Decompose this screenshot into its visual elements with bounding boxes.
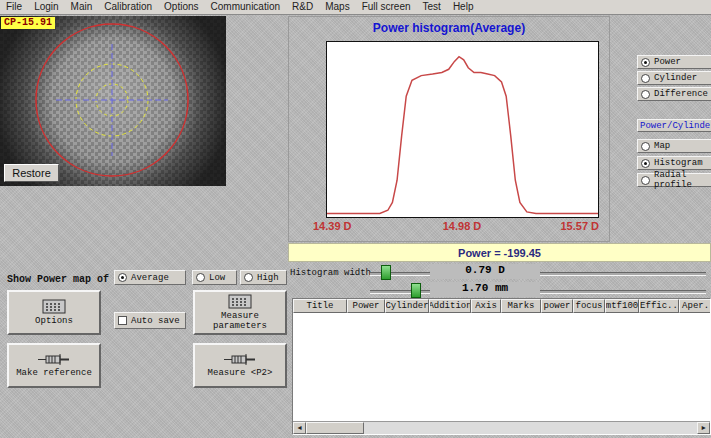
radio-icon [641, 159, 650, 168]
menu-calibration[interactable]: Calibration [98, 0, 158, 14]
radio-low-label: Low [209, 273, 225, 283]
scroll-right-icon[interactable]: ► [697, 422, 710, 434]
radio-average-label: Average [131, 273, 169, 283]
table-header-row: Title Power Cylinder Addition Axis Marks… [293, 299, 710, 313]
keypad-icon [42, 299, 66, 314]
auto-save-checkbox[interactable]: Auto save [114, 312, 186, 329]
menu-file[interactable]: File [0, 0, 28, 14]
histogram-width-mm-value: 1.70 mm [430, 282, 540, 297]
menu-maps[interactable]: Maps [319, 0, 355, 14]
column-header-cylinder[interactable]: Cylinder [385, 299, 429, 313]
menu-rd[interactable]: R&D [286, 0, 319, 14]
measure-parameters-button[interactable]: Measure parameters [193, 290, 287, 335]
column-header-power[interactable]: Power [347, 299, 385, 313]
radio-icon [641, 176, 650, 185]
power-readout-bar: Power = -199.45 [288, 243, 711, 262]
menu-main[interactable]: Main [65, 0, 99, 14]
x-tick-max: 15.57 D [535, 220, 599, 232]
camera-reticle-overlay [0, 16, 226, 186]
histogram-width-mm-slider-thumb[interactable] [411, 283, 421, 298]
histogram-width-label: Histogram width [290, 268, 371, 278]
column-header-mtf100[interactable]: mtf100 [605, 299, 639, 313]
radio-average[interactable]: Average [114, 270, 186, 285]
syringe-icon [224, 353, 256, 366]
make-reference-button[interactable]: Make reference [7, 343, 101, 388]
menu-help[interactable]: Help [447, 0, 480, 14]
menu-communication[interactable]: Communication [205, 0, 286, 14]
options-button-label: Options [35, 316, 73, 326]
column-header-focus[interactable]: focus [573, 299, 605, 313]
column-header-addition[interactable]: Addition [429, 299, 471, 313]
radio-map-label: Map [654, 141, 670, 151]
menu-login[interactable]: Login [28, 0, 64, 14]
restore-button[interactable]: Restore [4, 164, 59, 182]
column-header-aperture[interactable]: Aper... [679, 299, 710, 313]
column-header-marks[interactable]: Marks [501, 299, 541, 313]
lensmeter-app: { "menu": { "items": ["File", "Login", "… [0, 0, 711, 438]
histogram-width-d-slider-thumb[interactable] [381, 265, 391, 280]
measure-p2-button[interactable]: Measure <P2> [193, 343, 287, 388]
x-tick-mid: 14.98 D [429, 220, 495, 232]
checkbox-icon [118, 316, 127, 325]
options-button[interactable]: Options [7, 290, 101, 335]
radio-histogram-label: Histogram [654, 158, 703, 168]
radio-icon [641, 142, 650, 151]
chart-plot-area [326, 41, 599, 218]
scroll-left-icon[interactable]: ◄ [293, 422, 306, 434]
histogram-width-d-value: 0.79 D [430, 264, 540, 279]
column-header-power2[interactable]: power [541, 299, 573, 313]
radio-difference-label: Difference [654, 89, 708, 99]
results-table: Title Power Cylinder Addition Axis Marks… [292, 298, 711, 435]
radio-high-label: High [257, 273, 279, 283]
measure-parameters-button-label: Measure parameters [195, 311, 285, 331]
menu-options[interactable]: Options [158, 0, 204, 14]
radio-radial-profile-label: Radial profile [654, 170, 711, 190]
menu-fullscreen[interactable]: Full screen [356, 0, 417, 14]
radio-difference[interactable]: Difference [637, 87, 711, 101]
chart-canvas [327, 42, 598, 217]
radio-icon [641, 90, 650, 99]
column-header-title[interactable]: Title [293, 299, 347, 313]
keypad-icon [228, 294, 252, 309]
radio-radial-profile[interactable]: Radial profile [637, 173, 711, 187]
column-header-efficiency[interactable]: Effic.. [639, 299, 679, 313]
syringe-icon [38, 353, 70, 366]
histogram-chart-panel: Power histogram(Average) 14.39 D 14.98 D… [288, 16, 610, 242]
radio-icon [244, 273, 253, 282]
cp-value-badge: CP-15.91 [1, 17, 55, 29]
chart-title: Power histogram(Average) [289, 21, 609, 35]
camera-image: CP-15.91 Restore [0, 16, 226, 186]
horizontal-scrollbar[interactable]: ◄ ► [293, 421, 710, 434]
power-readout-text: Power = -199.45 [458, 247, 541, 259]
radio-icon [118, 273, 127, 282]
scrollbar-thumb[interactable] [306, 422, 364, 434]
radio-cylinder-label: Cylinder [654, 73, 697, 83]
show-power-map-label: Show Power map of [7, 274, 109, 285]
radio-cylinder[interactable]: Cylinder [637, 71, 711, 85]
radio-power[interactable]: Power [637, 55, 711, 69]
table-body [293, 313, 710, 421]
power-cylinder-section-label: Power/Cylinder [637, 119, 711, 132]
column-header-axis[interactable]: Axis [471, 299, 501, 313]
make-reference-button-label: Make reference [16, 368, 92, 378]
radio-icon [641, 58, 650, 67]
radio-histogram[interactable]: Histogram [637, 156, 711, 170]
measure-p2-button-label: Measure <P2> [208, 368, 273, 378]
radio-low[interactable]: Low [192, 270, 237, 285]
radio-power-label: Power [654, 57, 681, 67]
menu-bar: File Login Main Calibration Options Comm… [0, 0, 711, 15]
x-tick-min: 14.39 D [313, 220, 352, 232]
menu-test[interactable]: Test [417, 0, 447, 14]
radio-high[interactable]: High [240, 270, 287, 285]
radio-icon [641, 74, 650, 83]
auto-save-label: Auto save [131, 316, 180, 326]
radio-icon [196, 273, 205, 282]
histogram-curve [327, 57, 598, 214]
radio-map[interactable]: Map [637, 139, 711, 153]
